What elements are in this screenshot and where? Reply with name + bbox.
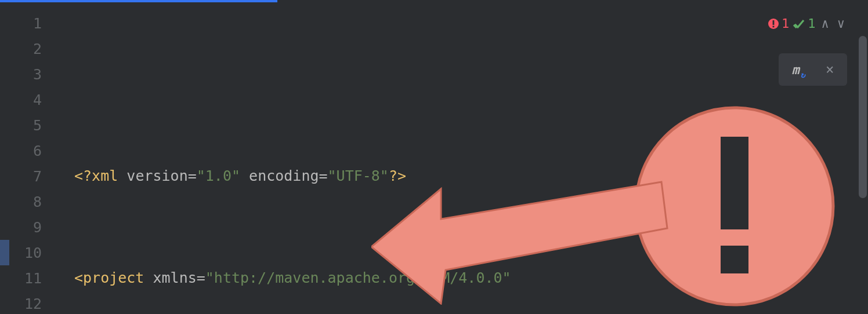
line-number[interactable]: 3 <box>0 61 74 87</box>
line-number[interactable]: 7 <box>0 163 74 189</box>
inspection-widget[interactable]: 1 1 ∧ ∨ <box>768 16 847 31</box>
check-icon <box>793 17 805 30</box>
code-editor: 1 2 3 4 5 6 7 8 9 10 11 12 ⊟ ⊟ ⊟ <?xml v… <box>0 0 868 314</box>
line-number[interactable]: 1 <box>0 10 74 36</box>
ok-count-badge[interactable]: 1 <box>793 16 815 31</box>
code-line[interactable]: <project xmlns="http://maven.apache.org/… <box>74 265 868 291</box>
maven-icon[interactable]: m↻ <box>792 63 800 77</box>
line-number[interactable]: 12 <box>0 291 74 314</box>
progress-bar <box>0 0 277 2</box>
error-icon <box>768 18 779 30</box>
error-count-badge[interactable]: 1 <box>768 16 789 31</box>
refresh-icon: ↻ <box>800 70 805 79</box>
line-number[interactable]: 9 <box>0 214 74 240</box>
next-highlight-icon[interactable]: ∨ <box>835 16 847 31</box>
svg-rect-2 <box>773 25 775 27</box>
svg-rect-1 <box>773 20 775 25</box>
line-number[interactable]: 6 <box>0 138 74 163</box>
maven-reload-widget[interactable]: m↻ × <box>779 53 847 86</box>
line-number[interactable]: 5 <box>0 112 74 138</box>
line-number[interactable]: 2 <box>0 36 74 61</box>
code-line[interactable]: <?xml version="1.0" encoding="UTF-8"?> <box>74 163 868 189</box>
scrollbar-thumb[interactable] <box>859 36 867 198</box>
code-area[interactable]: ⊟ ⊟ ⊟ <?xml version="1.0" encoding="UTF-… <box>74 0 868 314</box>
line-number[interactable]: 8 <box>0 189 74 214</box>
line-number[interactable]: 4 <box>0 87 74 112</box>
close-icon[interactable]: × <box>826 61 834 78</box>
prev-highlight-icon[interactable]: ∧ <box>819 16 831 31</box>
line-number[interactable]: 11 <box>0 265 74 291</box>
line-number-current[interactable]: 10 <box>0 240 74 265</box>
gutter: 1 2 3 4 5 6 7 8 9 10 11 12 <box>0 0 74 314</box>
